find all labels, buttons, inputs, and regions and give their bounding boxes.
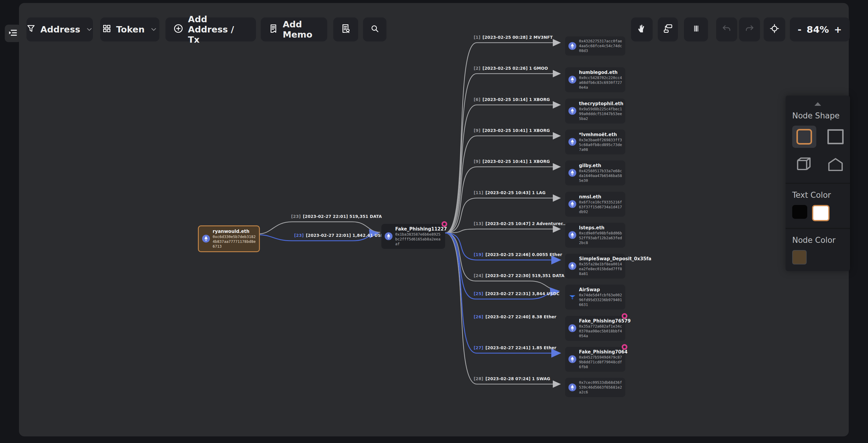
node-address: 0x3e3bae0f269833ff35c68a0fb8cd895c73de7a… — [579, 138, 622, 152]
node-name: Fake_Phishing76579 — [579, 318, 622, 324]
node-address: 0x1ba383587e6b6e8925bc2fff5d6165ab8a2eea… — [395, 232, 442, 246]
node-address: 0x9a59d8b225c4fbec199a0dddcf51047b53ee5b… — [579, 107, 622, 121]
edge-lines — [19, 3, 849, 436]
eth-icon — [568, 324, 576, 332]
shape-rounded-square-option[interactable] — [792, 126, 816, 148]
shape-square-option[interactable] — [824, 126, 847, 148]
edge-label[interactable]: [27][2023-02-27 22:41] 1.85 Ether — [474, 345, 556, 350]
graph-node[interactable]: SimpleSwap_Deposit_0x35fa0x35fa28e1bf8ea… — [565, 254, 625, 279]
node-address: 0x35fa28e1bf8ea0014ea2fe8ec015bdad7ff88a… — [579, 262, 622, 276]
triangle-up-icon — [814, 102, 822, 108]
eth-icon — [568, 76, 576, 83]
node-address: 0xc6d330e5b7deb31824b837aa77771178bd8e67… — [213, 234, 256, 249]
node-address: 0x42560517b33a7e68cda1640aa47b6546ba585e… — [579, 169, 622, 183]
graph-node[interactable]: nmsl.eth0x6f7ce10cf9335216f63f37f15d6734… — [565, 192, 625, 217]
node-color-swatch[interactable] — [792, 250, 807, 265]
eth-icon — [568, 262, 576, 270]
edge-label[interactable]: [9][2023-02-25 10:41] 1 XBORG — [474, 128, 550, 133]
node-shape-title: Node Shape — [792, 111, 843, 120]
graph-node[interactable]: AirSwap0x74de5d4fcbf63e00296fd95d33236b9… — [565, 284, 625, 310]
graph-node[interactable]: Fake_Phishing70640x84527b5949d479c879b8d… — [565, 347, 625, 372]
node-name: SimpleSwap_Deposit_0x35fa — [579, 256, 622, 262]
phishing-flag-icon — [622, 344, 627, 350]
graph-node-hub[interactable]: Fake_Phishing11227 0x1ba383587e6b6e8925b… — [381, 224, 445, 249]
shape-house-option[interactable] — [824, 154, 847, 176]
node-name: nmsl.eth — [579, 194, 622, 200]
edge-label[interactable]: [11][2023-02-25 10:43] 1 LAG — [474, 190, 546, 195]
eth-icon — [568, 107, 576, 115]
node-color-title: Node Color — [792, 236, 843, 245]
edge-label[interactable]: [24][2023-02-27 22:30] 519,351 DATA — [474, 273, 564, 278]
airswap-icon — [568, 293, 576, 301]
menu-indent-icon — [9, 29, 17, 38]
node-address: 0x6f7ce10cf9335216f63f37f15d6734a1d417db… — [579, 200, 622, 214]
node-name: humblegod.eth — [579, 70, 622, 75]
node-name: lsteps.eth — [579, 225, 622, 231]
edge-label[interactable]: [6][2023-02-25 10:14] 1 XBORG — [474, 97, 550, 102]
text-color-title: Text Color — [792, 191, 843, 200]
node-name: gilby.eth — [579, 163, 622, 169]
node-name: Fake_Phishing11227 — [395, 226, 442, 232]
edge-label[interactable]: [28][2023-02-28 07:24] 1 SWAG — [474, 376, 550, 381]
eth-icon — [568, 231, 576, 239]
square-icon — [828, 129, 844, 144]
node-address: 0x7cec09533db68d36f539c46d5663f65681e2a2… — [579, 380, 622, 395]
edge-label[interactable]: [26][2023-02-27 22:40] 8.38 Ether — [474, 314, 556, 319]
edge-label[interactable]: [9][2023-02-25 10:41] 1 XBORG — [474, 159, 550, 164]
node-name: AirSwap — [579, 287, 622, 293]
graph-node[interactable]: thecryptophil.eth0x9a59d8b225c4fbec199a0… — [565, 99, 625, 124]
panel-collapse-button[interactable] — [792, 99, 843, 108]
cube-icon — [796, 157, 812, 173]
eth-icon — [568, 138, 576, 146]
graph-node[interactable]: *lvmhmoët.eth0x3e3bae0f269833ff35c68a0fb… — [565, 130, 625, 155]
eth-icon — [568, 383, 576, 391]
text-color-white-swatch[interactable] — [812, 205, 830, 221]
eth-icon — [568, 355, 576, 363]
graph-node[interactable]: humblegod.eth0x0cc5428702c220cc4a68dfb6c… — [565, 67, 625, 92]
rounded-square-icon — [797, 129, 812, 144]
shape-cube-option[interactable] — [792, 154, 816, 176]
node-address: 0x84527b5949d479c879b8dd71cd8f79048cdf6f… — [579, 355, 622, 369]
edge-label[interactable]: [1][2023-02-25 00:28] 2 MV3NFT — [474, 35, 553, 40]
graph-node[interactable]: lsteps.eth0xcd9e0fe98bfe8d06b52ff93abf12… — [565, 223, 625, 248]
phishing-flag-icon — [622, 313, 627, 319]
app-window: Address Token Add Address / Tx Add Memo … — [0, 0, 868, 443]
edge-label[interactable]: [25][2023-02-27 22:31] 3,844 USDC — [474, 291, 559, 296]
phishing-flag-icon — [441, 221, 447, 227]
eth-icon — [568, 42, 576, 50]
node-name: *lvmhmoët.eth — [579, 132, 622, 138]
text-color-black-swatch[interactable] — [792, 205, 807, 219]
sidebar-toggle-button[interactable] — [5, 25, 21, 42]
graph-layer: [23][2023-02-27 22:01] 519,351 DATA [23]… — [19, 3, 849, 436]
edge-label[interactable]: [23][2023-02-27 22:01] 519,351 DATA — [291, 214, 382, 219]
node-name: ryanwould.eth — [213, 229, 256, 234]
graph-node[interactable]: 0x7cec09533db68d36f539c46d5663f65681e2a2… — [565, 378, 625, 397]
node-address: 0x4326275317acc0fae4aa5c68fce4c54c74dc08… — [579, 39, 622, 53]
edge-label[interactable]: [2][2023-02-25 02:26] 1 GMOO — [474, 66, 548, 71]
eth-icon — [568, 169, 576, 177]
edge-label[interactable]: [23][2023-02-27 22:01] 1,842.41 USDC — [294, 233, 388, 238]
node-style-panel: Node Shape Text Color Node Color — [785, 96, 850, 271]
eth-icon — [202, 235, 210, 242]
node-name: thecryptophil.eth — [579, 101, 622, 107]
graph-node[interactable]: 0x4326275317acc0fae4aa5c68fce4c54c74dc08… — [565, 36, 625, 56]
edge-label[interactable]: [13][2023-02-25 10:47] 2 Adventurer... — [474, 221, 567, 226]
graph-node-source[interactable]: ryanwould.eth 0xc6d330e5b7deb31824b837aa… — [198, 226, 260, 252]
node-name: Fake_Phishing7064 — [579, 349, 622, 355]
edge-label[interactable]: [19][2023-02-25 22:46] 0.0055 Ether — [474, 252, 562, 257]
eth-icon — [568, 200, 576, 208]
graph-node[interactable]: gilby.eth0x42560517b33a7e68cda1640aa47b6… — [565, 161, 625, 185]
node-address: 0x0cc5428702c220cc4a68dfb6c83c6930f7270e… — [579, 75, 622, 90]
node-address: 0xcd9e0fe98bfe8d06b52ff93abf12b2a63fed2b… — [579, 231, 622, 245]
house-icon — [827, 158, 844, 172]
eth-icon — [385, 232, 393, 240]
graph-node[interactable]: Fake_Phishing765790x35a772a682af1e34c037… — [565, 316, 625, 341]
node-address: 0x35a772a682af1e34c0370aa98ec5b018bbf405… — [579, 324, 622, 338]
node-address: 0x74de5d4fcbf63e00296fd95d33236b97940166… — [579, 293, 622, 307]
